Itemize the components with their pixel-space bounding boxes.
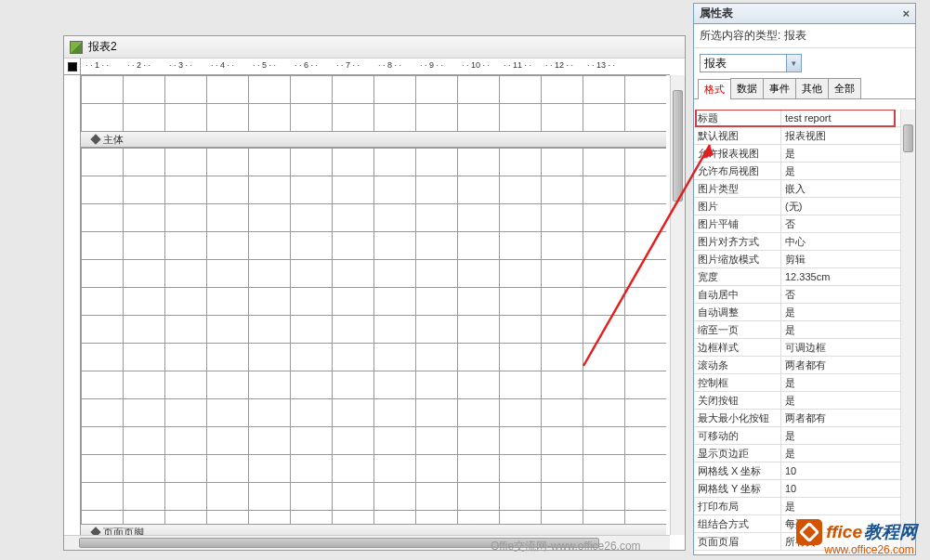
property-row[interactable]: 可移动的是: [694, 427, 915, 445]
property-row[interactable]: 控制框是: [694, 374, 915, 392]
property-value[interactable]: 是: [781, 304, 915, 320]
property-value[interactable]: 是: [781, 321, 915, 338]
section-bar-footer[interactable]: 页面页脚: [81, 524, 666, 535]
property-value[interactable]: 否: [781, 286, 915, 303]
dropdown-value: 报表: [704, 56, 727, 72]
property-row[interactable]: 自动居中否: [694, 286, 915, 304]
property-row[interactable]: 最大最小化按钮两者都有: [694, 410, 915, 427]
property-value[interactable]: 10: [781, 480, 915, 497]
property-value[interactable]: 12.335cm: [781, 268, 915, 285]
property-sheet-titlebar[interactable]: 属性表 ×: [694, 4, 915, 24]
tab-事件[interactable]: 事件: [763, 78, 796, 98]
scrollbar-thumb[interactable]: [673, 90, 683, 202]
property-value[interactable]: 可调边框: [781, 339, 915, 356]
section-bar-body[interactable]: 主体: [81, 131, 666, 148]
property-scrollbar[interactable]: [900, 110, 915, 554]
property-value[interactable]: 10: [781, 462, 915, 479]
property-row[interactable]: 显示页边距是: [694, 445, 915, 462]
property-value[interactable]: test report: [781, 110, 915, 126]
property-value[interactable]: 两者都有: [781, 357, 915, 373]
property-row[interactable]: 网格线 Y 坐标10: [694, 480, 915, 498]
property-row[interactable]: 图片平铺否: [694, 215, 915, 233]
tab-其他[interactable]: 其他: [795, 78, 829, 98]
design-titlebar[interactable]: 报表2: [64, 36, 685, 59]
property-row[interactable]: 默认视图报表视图: [694, 127, 915, 145]
property-value[interactable]: 否: [781, 215, 915, 232]
property-label: 图片缩放模式: [694, 251, 781, 267]
property-value[interactable]: 是: [781, 445, 915, 462]
property-row[interactable]: 标题test report: [694, 110, 915, 127]
property-row[interactable]: 网格线 X 坐标10: [694, 462, 915, 480]
property-label: 标题: [694, 110, 781, 126]
design-canvas[interactable]: 主体 页面页脚: [81, 75, 670, 535]
design-title: 报表2: [88, 39, 117, 55]
property-row[interactable]: 打印布局是: [694, 498, 915, 515]
report-body-area[interactable]: [81, 148, 666, 524]
property-value[interactable]: 是: [781, 163, 915, 179]
report-header-area[interactable]: [81, 75, 666, 131]
property-row[interactable]: 边框样式可调边框: [694, 339, 915, 357]
property-value[interactable]: (无): [781, 198, 915, 215]
property-row[interactable]: 图片类型嵌入: [694, 180, 915, 198]
property-value[interactable]: 是: [781, 427, 915, 444]
property-sheet-subtitle: 所选内容的类型: 报表: [694, 24, 915, 48]
property-label: 图片类型: [694, 180, 781, 197]
property-row[interactable]: 图片(无): [694, 198, 915, 215]
design-scrollbar-vertical[interactable]: [670, 75, 685, 535]
property-row[interactable]: 缩至一页是: [694, 321, 915, 339]
property-label: 允许报表视图: [694, 145, 781, 162]
tab-格式[interactable]: 格式: [698, 79, 731, 99]
ruler-tick: · · 13 · ·: [587, 60, 615, 70]
logo-text-1: ffice: [826, 522, 862, 542]
property-value[interactable]: 是: [781, 498, 915, 514]
ruler-vertical[interactable]: [64, 75, 81, 535]
property-value[interactable]: 是: [781, 145, 915, 162]
property-label: 图片对齐方式: [694, 233, 781, 250]
ruler-tick: · · 5 · ·: [253, 60, 276, 70]
property-sheet: 属性表 × 所选内容的类型: 报表 报表 ▾ 格式数据事件其他全部 标题test…: [693, 3, 916, 555]
property-row[interactable]: 允许报表视图是: [694, 145, 915, 163]
property-value[interactable]: 嵌入: [781, 180, 915, 197]
property-row[interactable]: 自动调整是: [694, 304, 915, 321]
scrollbar-thumb[interactable]: [903, 124, 913, 152]
property-label: 显示页边距: [694, 445, 781, 462]
property-row[interactable]: 图片对齐方式中心: [694, 233, 915, 251]
tab-全部[interactable]: 全部: [828, 78, 861, 98]
tab-数据[interactable]: 数据: [730, 78, 764, 98]
report-design-window: 报表2 · · 1 · ·· · 2 · ·· · 3 · ·· · 4 · ·…: [63, 35, 686, 551]
chevron-down-icon[interactable]: ▾: [786, 55, 801, 72]
ruler-tick: · · 7 · ·: [336, 60, 360, 70]
property-tabs: 格式数据事件其他全部: [694, 78, 915, 99]
property-label: 控制框: [694, 374, 781, 391]
property-label: 可移动的: [694, 427, 781, 444]
object-selector-dropdown[interactable]: 报表 ▾: [700, 54, 802, 72]
ruler-horizontal[interactable]: · · 1 · ·· · 2 · ·· · 3 · ·· · 4 · ·· · …: [81, 59, 670, 75]
property-label: 自动居中: [694, 286, 781, 303]
property-label: 打印布局: [694, 498, 781, 514]
ruler-tick: · · 12 · ·: [545, 60, 573, 70]
property-value[interactable]: 是: [781, 374, 915, 391]
property-row[interactable]: 宽度12.335cm: [694, 268, 915, 286]
close-icon[interactable]: ×: [902, 7, 910, 20]
property-value[interactable]: 两者都有: [781, 410, 915, 426]
property-sheet-title: 属性表: [700, 6, 733, 21]
property-label: 组结合方式: [694, 515, 781, 532]
property-value[interactable]: 报表视图: [781, 127, 915, 144]
report-icon: [70, 41, 83, 54]
ruler-tick: · · 8 · ·: [378, 60, 401, 70]
property-value[interactable]: 中心: [781, 233, 915, 250]
property-label: 允许布局视图: [694, 163, 781, 179]
property-label: 边框样式: [694, 339, 781, 356]
property-row[interactable]: 滚动条两者都有: [694, 357, 915, 374]
property-label: 最大最小化按钮: [694, 410, 781, 426]
property-value[interactable]: 剪辑: [781, 251, 915, 267]
property-value[interactable]: 是: [781, 392, 915, 409]
property-label: 缩至一页: [694, 321, 781, 338]
section-marker-icon: [90, 527, 100, 535]
logo-icon: [796, 519, 822, 545]
property-row[interactable]: 关闭按钮是: [694, 392, 915, 410]
ruler-selector[interactable]: [64, 59, 81, 75]
property-grid: 标题test report默认视图报表视图允许报表视图是允许布局视图是图片类型嵌…: [694, 110, 915, 554]
property-row[interactable]: 图片缩放模式剪辑: [694, 251, 915, 268]
property-row[interactable]: 允许布局视图是: [694, 163, 915, 180]
